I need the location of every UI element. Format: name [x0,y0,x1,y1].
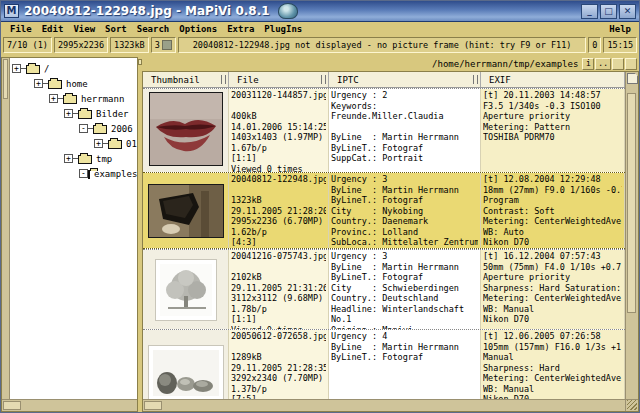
clock-display: 15:15 [603,37,637,53]
page-corner-icon [627,73,638,84]
tree-expander-icon[interactable]: + [12,64,21,73]
panel-sash[interactable] [138,57,142,412]
tree-vertical-scrollbar[interactable] [2,58,10,399]
scrollbar-thumb[interactable] [627,93,636,313]
file-bpp: 1.37b/p [231,384,326,395]
file-size: 1289kB [231,352,326,363]
file-dimensions: 2995x2236 (6.70MP) [231,216,326,227]
menu-plugins[interactable]: PlugIns [259,24,307,34]
menu-sort[interactable]: Sort [100,24,132,34]
file-size: 2102kB [231,272,326,283]
menubar: File Edit View Sort Search Options Extra… [1,22,639,35]
file-name: 20050612-072658.jpg [231,331,326,342]
thumbnail-lips-photo[interactable] [149,92,223,166]
file-info-cell: 20050612-072658.jpg 1289kB 29.11.2005 21… [229,330,329,399]
folder-icon [63,95,77,104]
file-size: 400kB [231,111,326,122]
file-info-cell: 20041216-075743.jpg 2102kB 29.11.2005 21… [229,250,329,329]
thumbnail-winter-tree-photo[interactable] [155,259,217,321]
tree-expander-icon[interactable]: + [34,79,43,88]
tree-expander-icon[interactable]: - [79,124,88,133]
app-icon: M [4,4,19,18]
folder-icon [108,140,122,149]
menu-view[interactable]: View [68,24,100,34]
sash-grip[interactable] [138,59,142,65]
tree-item-examples[interactable]: - examples [10,166,137,181]
folder-icon [48,80,62,89]
column-header-thumbnail[interactable]: Thumbnail [143,72,229,87]
tree-item-home[interactable]: + home [10,76,137,91]
path-extra-button[interactable] [625,58,637,70]
tree-expander-icon[interactable]: + [64,109,73,118]
picture-dimensions-indicator: 2995x2236 [54,37,108,53]
file-name: 20040812-122948.jpg [231,174,326,185]
main-area: + / + home + herrmann + [1,57,639,412]
tree-item-bilder[interactable]: + Bilder [10,106,137,121]
status-message: 20040812-122948.jpg not displayed - no p… [178,37,586,53]
info-button[interactable]: i [582,58,594,70]
folder-icon [78,155,92,164]
table-row[interactable]: 20041216-075743.jpg 2102kB 29.11.2005 21… [143,249,625,329]
tree-expander-icon[interactable]: - [79,169,88,178]
column-header-file[interactable]: File [229,72,329,87]
tree-item-herrmann[interactable]: + herrmann [10,91,137,106]
table-horizontal-scrollbar[interactable] [143,399,625,411]
minimize-button[interactable]: _ [581,4,598,19]
thumbnail-cell[interactable] [143,89,229,172]
thumbnail-cell[interactable] [143,173,229,248]
menu-help[interactable]: Help [605,24,635,34]
menu-extra[interactable]: Extra [222,24,259,34]
column-resize-grip[interactable] [321,75,326,84]
exif-cell: [t] 16.12.2004 07:57:43 50mm (75mm) F4.0… [481,250,625,329]
file-viewed: Viewed 0 times [231,248,326,249]
folder-icon [78,110,92,119]
maximize-button[interactable]: □ [600,4,617,19]
column-resize-grip[interactable] [473,75,478,84]
file-bpp: 1.78b/p [231,304,326,315]
path-extra-button[interactable] [612,58,624,70]
tree-item-tmp[interactable]: + tmp [10,151,137,166]
file-name: 20041216-075743.jpg [231,251,326,262]
tree-item-root[interactable]: + / [10,61,137,76]
iptc-cell: Urgency : 4 ByLine : Martin Herrmann ByL… [329,330,481,399]
menu-options[interactable]: Options [174,24,222,34]
thumbnail-cell[interactable] [143,250,229,329]
menu-search[interactable]: Search [132,24,175,34]
tree-item-01[interactable]: + 01 [10,136,137,151]
path-bar: /home/herrmann/tmp/examples i .. [142,57,639,71]
table-row[interactable]: 20050612-072658.jpg 1289kB 29.11.2005 21… [143,329,625,399]
queue-counter: 0 [588,37,601,53]
color-swatch-icon[interactable] [162,40,172,50]
file-date: 29.11.2005 21:28:35 [231,363,326,374]
table-row-selected[interactable]: 20040812-122948.jpg 1323kB 29.11.2005 21… [143,172,625,249]
iptc-cell: Urgency : 3 ByLine : Martin Herrmann ByL… [329,173,481,248]
close-button[interactable]: ✕ [619,4,636,19]
tree-horizontal-scrollbar[interactable] [2,399,137,411]
table-row[interactable]: 20031120-144857.jpg 400kB 14.01.2006 15:… [143,88,625,172]
iptc-cell: Urgency : 2 Keywords: Freunde.Miller.Cla… [329,89,481,172]
table-vertical-scrollbar[interactable] [625,72,638,411]
current-path: /home/herrmann/tmp/examples [432,59,578,69]
file-date: 14.01.2006 15:14:25 [231,122,326,133]
exif-cell: [t] 20.11.2003 14:48:57 F3.5 1/340s -0.3… [481,89,625,172]
resize-grip-icon[interactable] [626,399,638,411]
tree-expander-icon[interactable]: + [94,139,103,148]
window-title: 20040812-122948.jpg - MaPiVi 0.8.1 [24,4,270,18]
file-bpp: 1.62b/p [231,227,326,238]
table-header: Thumbnail File IPTC EXIF [143,72,625,88]
menu-file[interactable]: File [5,24,37,34]
column-header-exif[interactable]: EXIF [481,72,625,87]
thumbnail-stones-photo[interactable] [148,345,224,399]
thumbnail-boat-photo[interactable] [148,184,224,238]
tree-item-2006[interactable]: - 2006 [10,121,137,136]
menu-edit[interactable]: Edit [37,24,69,34]
file-dimensions: 3112x3112 (9.68MP) [231,293,326,304]
thumbnail-cell[interactable] [143,330,229,399]
column-resize-grip[interactable] [221,75,226,84]
tree-expander-icon[interactable]: + [49,94,58,103]
iptc-cell: Urgency : 3 ByLine : Martin Herrmann ByL… [329,250,481,329]
folder-icon [88,170,90,179]
column-header-iptc[interactable]: IPTC [329,72,481,87]
parent-dir-button[interactable]: .. [595,58,611,70]
tree-expander-icon[interactable]: + [64,154,73,163]
